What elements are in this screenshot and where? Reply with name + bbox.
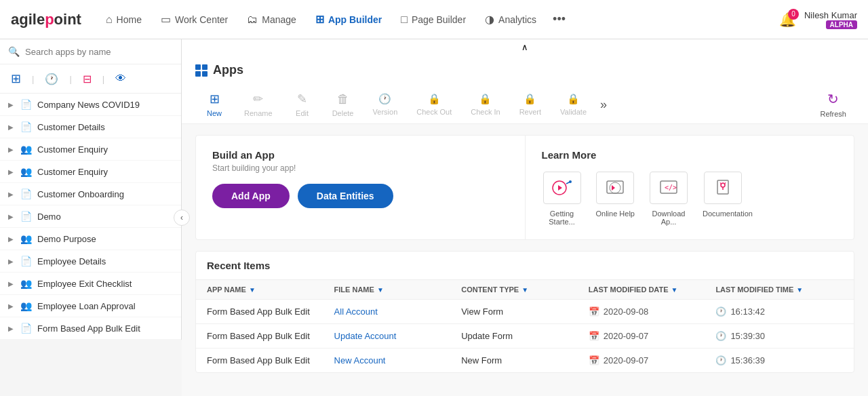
app-header: Apps ⊞ New ✏ Rename ✎ Edit 🗑 Delete — [182, 55, 868, 124]
toolbar-checkin-button[interactable]: 🔒 Check In — [462, 87, 508, 121]
toolbar-divider-1: | — [32, 74, 34, 84]
cell-time-1: 🕐 15:39:30 — [715, 331, 843, 341]
sidebar-item-customer-onboarding[interactable]: ▶ 📄 Customer Onboarding — [0, 183, 181, 205]
validate-icon: 🔒 — [567, 93, 580, 105]
toolbar-version-button[interactable]: 🕐 Version — [365, 87, 406, 121]
nav-manage-label: Manage — [262, 14, 296, 25]
nav-item-work-center[interactable]: ▭ Work Center — [153, 9, 236, 30]
toolbar-revert-button[interactable]: 🔒 Revert — [511, 87, 549, 121]
sidebar-item-label: Customer Onboarding — [37, 189, 124, 199]
chevron-up-icon: ∧ — [521, 42, 528, 52]
sidebar-item-company-news[interactable]: ▶ 📄 Company News COVID19 — [0, 94, 181, 116]
user-name: Nilesh Kumar — [804, 10, 857, 20]
toolbar: ⊞ New ✏ Rename ✎ Edit 🗑 Delete 🕐 Ver — [195, 85, 854, 123]
new-icon: ⊞ — [210, 92, 220, 106]
nav-more-button[interactable]: ••• — [547, 8, 571, 31]
nav-items: ⌂ Home ▭ Work Center 🗂 Manage ⊞ App Buil… — [98, 8, 779, 31]
nav-item-page-builder[interactable]: □ Page Builder — [393, 9, 474, 30]
learn-item-online-help[interactable]: Online Help — [596, 172, 635, 226]
learn-item-download-app[interactable]: </> Download Ap... — [648, 172, 689, 226]
table-row: Form Based App Bulk Edit New Account New… — [196, 349, 854, 372]
time-value-1: 15:39:30 — [730, 331, 765, 341]
online-help-label: Online Help — [596, 210, 635, 218]
col-app-name-label: APP NAME — [207, 285, 246, 294]
add-app-button[interactable]: Add App — [212, 184, 290, 208]
nav-item-app-builder[interactable]: ⊞ App Builder — [307, 9, 390, 30]
sidebar-wrapper: 🔍 ⊞ | 🕐 | ⊟ | 👁 ▶ 📄 Company News COVID19 — [0, 39, 182, 396]
notification-bell-button[interactable]: 🔔 0 — [779, 12, 796, 28]
toolbar-new-button[interactable]: ⊞ New — [195, 86, 233, 123]
expand-arrow: ▶ — [8, 146, 14, 153]
nav-item-analytics[interactable]: ◑ Analytics — [477, 9, 545, 30]
sidebar-item-employee-loan-approval[interactable]: ▶ 👥 Employee Loan Approval — [0, 295, 181, 317]
toolbar-delete-label: Delete — [332, 109, 354, 117]
grid-view-icon[interactable]: ⊞ — [8, 68, 24, 89]
col-content-type-label: CONTENT TYPE — [461, 285, 519, 294]
toolbar-validate-label: Validate — [560, 108, 587, 116]
toolbar-edit-button[interactable]: ✎ Edit — [283, 86, 321, 123]
sidebar-item-employee-exit-checklist[interactable]: ▶ 👥 Employee Exit Checklist — [0, 273, 181, 295]
apps-title: Apps — [195, 63, 854, 77]
toolbar-checkout-button[interactable]: 🔒 Check Out — [408, 87, 460, 121]
monitor-icon: ▭ — [161, 13, 171, 26]
cell-date-2: 📅 2020-09-07 — [589, 355, 716, 365]
col-last-modified-time[interactable]: LAST MODIFIED TIME ▼ — [715, 285, 843, 294]
toolbar-more-button[interactable]: » — [597, 92, 610, 117]
nav-item-manage[interactable]: 🗂 Manage — [239, 9, 304, 30]
col-last-modified-date[interactable]: LAST MODIFIED DATE ▼ — [589, 285, 716, 294]
minus-icon[interactable]: ⊟ — [80, 70, 94, 88]
clock-icon: 🕐 — [715, 355, 726, 365]
sidebar-item-customer-enquiry-1[interactable]: ▶ 👥 Customer Enquiry — [0, 138, 181, 161]
sidebar: 🔍 ⊞ | 🕐 | ⊟ | 👁 ▶ 📄 Company News COVID19 — [0, 39, 182, 340]
col-file-name[interactable]: FILE NAME ▼ — [334, 285, 462, 294]
sidebar-item-employee-details[interactable]: ▶ 📄 Employee Details — [0, 250, 181, 273]
time-value-2: 15:36:39 — [730, 355, 765, 365]
sidebar-item-customer-enquiry-2[interactable]: ▶ 👥 Customer Enquiry — [0, 161, 181, 183]
getting-started-icon — [543, 172, 581, 204]
sidebar-item-form-based-app-bulk-edit[interactable]: ▶ 📄 Form Based App Bulk Edit — [0, 317, 181, 340]
cell-time-2: 🕐 15:36:39 — [715, 355, 843, 365]
nav-item-home[interactable]: ⌂ Home — [98, 9, 150, 30]
sidebar-item-label: Employee Loan Approval — [37, 301, 136, 311]
build-app-subtitle: Start building your app! — [212, 163, 509, 173]
toolbar-refresh-button[interactable]: ↻ Refresh — [812, 85, 854, 123]
cell-date-1: 📅 2020-09-07 — [589, 331, 716, 341]
expand-arrow: ▶ — [8, 191, 14, 198]
delete-icon: 🗑 — [337, 92, 349, 106]
top-nav: agilepoint ⌂ Home ▭ Work Center 🗂 Manage… — [0, 0, 868, 39]
sidebar-item-customer-details[interactable]: ▶ 📄 Customer Details — [0, 116, 181, 138]
toolbar-rename-button[interactable]: ✏ Rename — [236, 86, 281, 123]
eye-icon[interactable]: 👁 — [113, 70, 129, 87]
cell-file-name-0[interactable]: All Account — [334, 306, 462, 317]
sidebar-collapse-button[interactable]: ‹ — [174, 210, 190, 226]
toolbar-version-label: Version — [373, 108, 398, 116]
learn-item-documentation[interactable]: Documentation — [703, 172, 743, 226]
sidebar-list: ▶ 📄 Company News COVID19 ▶ 📄 Customer De… — [0, 94, 181, 340]
toolbar-validate-button[interactable]: 🔒 Validate — [552, 87, 595, 121]
learn-item-getting-started[interactable]: Getting Starte... — [542, 172, 583, 226]
clock-icon[interactable]: 🕐 — [42, 70, 61, 88]
toolbar-rename-label: Rename — [244, 109, 273, 117]
doc-icon: 📄 — [20, 121, 32, 132]
chevron-up-button[interactable]: ∧ — [182, 39, 868, 55]
search-input[interactable] — [25, 47, 173, 57]
cell-app-name-1: Form Based App Bulk Edit — [207, 331, 334, 341]
documentation-icon — [704, 172, 742, 204]
sort-arrow-content-type: ▼ — [521, 286, 528, 294]
col-app-name[interactable]: APP NAME ▼ — [207, 285, 334, 294]
expand-arrow: ▶ — [8, 123, 14, 131]
cell-file-name-1[interactable]: Update Account — [334, 331, 462, 341]
toolbar-delete-button[interactable]: 🗑 Delete — [324, 87, 362, 123]
svg-marker-5 — [612, 185, 615, 191]
sidebar-item-demo[interactable]: ▶ 📄 Demo — [0, 205, 181, 228]
doc-icon: 📄 — [20, 323, 32, 334]
col-content-type[interactable]: CONTENT TYPE ▼ — [461, 285, 589, 294]
nav-right: 🔔 0 Nilesh Kumar ALPHA — [779, 10, 857, 29]
logo[interactable]: agilepoint — [11, 11, 81, 28]
cell-file-name-2[interactable]: New Account — [334, 355, 462, 365]
user-menu[interactable]: Nilesh Kumar ALPHA — [804, 10, 857, 29]
data-entities-button[interactable]: Data Entities — [298, 184, 393, 208]
sidebar-item-demo-purpose[interactable]: ▶ 👥 Demo Purpose — [0, 228, 181, 250]
sidebar-toolbar: ⊞ | 🕐 | ⊟ | 👁 — [0, 64, 181, 94]
nav-app-builder-label: App Builder — [328, 14, 382, 25]
